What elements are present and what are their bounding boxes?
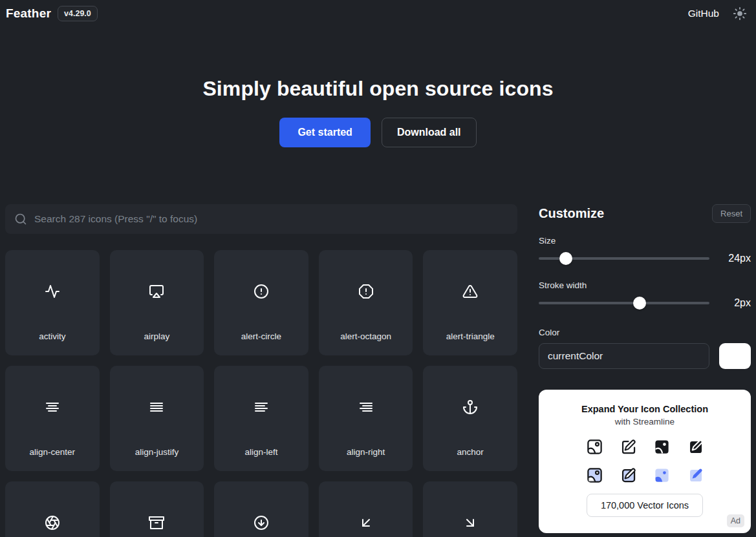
align-right-icon xyxy=(358,399,374,415)
icon-label: activity xyxy=(39,332,65,341)
customize-panel: Customize Reset Size 24px Stroke width 2… xyxy=(539,204,751,533)
icon-grid: activityairplayalert-circlealert-octagon… xyxy=(5,250,517,537)
size-label: Size xyxy=(539,236,751,246)
align-center-icon xyxy=(45,399,60,415)
color-swatch[interactable] xyxy=(719,343,751,369)
aperture-icon xyxy=(45,515,60,531)
edit-outline-icon xyxy=(620,438,637,456)
activity-icon xyxy=(45,284,60,299)
hero-actions: Get started Download all xyxy=(0,118,756,147)
icon-cell[interactable]: arrow-down-left xyxy=(319,481,413,537)
stroke-width-slider-track[interactable] xyxy=(539,302,709,304)
size-slider[interactable] xyxy=(539,252,709,265)
ad-badge: Ad xyxy=(727,514,744,527)
edit-tint-icon xyxy=(620,467,637,484)
airplay-icon xyxy=(149,284,164,299)
header: Feather v4.29.0 GitHub xyxy=(0,0,756,26)
reset-button[interactable]: Reset xyxy=(712,204,751,223)
icon-cell[interactable]: align-center xyxy=(5,366,100,471)
sun-icon[interactable] xyxy=(733,6,747,21)
image-outline-icon xyxy=(586,438,603,456)
icon-cell[interactable]: align-right xyxy=(319,366,413,471)
arrow-down-left-icon xyxy=(358,515,374,531)
icon-cell[interactable]: align-justify xyxy=(110,366,204,471)
hero-section: Simply beautiful open source icons Get s… xyxy=(0,26,756,147)
icon-label: anchor xyxy=(457,447,484,457)
ad-subtitle: with Streamline xyxy=(539,417,751,426)
image-solid-icon xyxy=(653,438,671,456)
image-tint-icon xyxy=(586,467,603,484)
download-all-button[interactable]: Download all xyxy=(382,118,477,147)
alert-triangle-icon xyxy=(462,284,478,299)
stroke-width-slider-thumb[interactable] xyxy=(633,297,646,310)
ad-cta-button[interactable]: 170,000 Vector Icons xyxy=(587,494,703,517)
version-badge[interactable]: v4.29.0 xyxy=(58,6,98,21)
icon-label: airplay xyxy=(144,332,170,341)
icon-label: alert-circle xyxy=(241,332,281,341)
stroke-width-value: 2px xyxy=(709,297,751,309)
alert-circle-icon xyxy=(254,284,269,299)
icon-label: align-left xyxy=(244,447,277,457)
icon-label: align-right xyxy=(347,447,385,457)
brand-logo[interactable]: Feather xyxy=(6,6,51,21)
search-bar[interactable] xyxy=(5,204,517,234)
icon-cell[interactable]: alert-circle xyxy=(214,250,308,355)
color-input[interactable] xyxy=(539,343,709,369)
stroke-width-label: Stroke width xyxy=(539,280,751,290)
search-icon xyxy=(14,213,27,226)
icon-label: alert-octagon xyxy=(340,332,391,341)
arrow-down-circle-icon xyxy=(254,515,269,531)
search-input[interactable] xyxy=(34,213,508,225)
color-label: Color xyxy=(539,328,751,337)
icon-label: align-justify xyxy=(135,447,179,457)
stroke-width-slider[interactable] xyxy=(539,297,709,310)
icon-label: alert-triangle xyxy=(446,332,495,341)
icon-cell[interactable]: arrow-down-right xyxy=(423,481,517,537)
archive-icon xyxy=(149,515,164,531)
edit-blue-icon xyxy=(687,467,704,484)
icon-cell[interactable]: align-left xyxy=(214,366,308,471)
icon-browser: activityairplayalert-circlealert-octagon… xyxy=(5,204,517,537)
icon-cell[interactable]: archive xyxy=(110,481,204,537)
image-blue-icon xyxy=(653,467,671,484)
align-justify-icon xyxy=(149,399,164,415)
customize-title: Customize xyxy=(539,206,604,221)
align-left-icon xyxy=(254,399,269,415)
edit-solid-icon xyxy=(687,438,704,456)
icon-cell[interactable]: anchor xyxy=(423,366,517,471)
icon-cell[interactable]: alert-triangle xyxy=(423,250,517,355)
icon-label: align-center xyxy=(30,447,76,457)
icon-cell[interactable]: arrow-down-circle xyxy=(214,481,308,537)
size-slider-thumb[interactable] xyxy=(559,252,572,265)
ad-card[interactable]: Expand Your Icon Collection with Streaml… xyxy=(539,390,751,533)
ad-title: Expand Your Icon Collection xyxy=(539,404,751,414)
ad-icon-previews xyxy=(583,438,706,484)
github-link[interactable]: GitHub xyxy=(688,8,719,19)
size-value: 24px xyxy=(709,253,751,264)
get-started-button[interactable]: Get started xyxy=(279,118,370,147)
icon-cell[interactable]: activity xyxy=(5,250,100,355)
icon-cell[interactable]: alert-octagon xyxy=(319,250,413,355)
icon-cell[interactable]: airplay xyxy=(110,250,204,355)
icon-cell[interactable]: aperture xyxy=(5,481,100,537)
arrow-down-right-icon xyxy=(462,515,478,531)
alert-octagon-icon xyxy=(358,284,374,299)
page-title: Simply beautiful open source icons xyxy=(0,77,756,101)
main-content: activityairplayalert-circlealert-octagon… xyxy=(0,204,756,537)
anchor-icon xyxy=(462,399,478,415)
